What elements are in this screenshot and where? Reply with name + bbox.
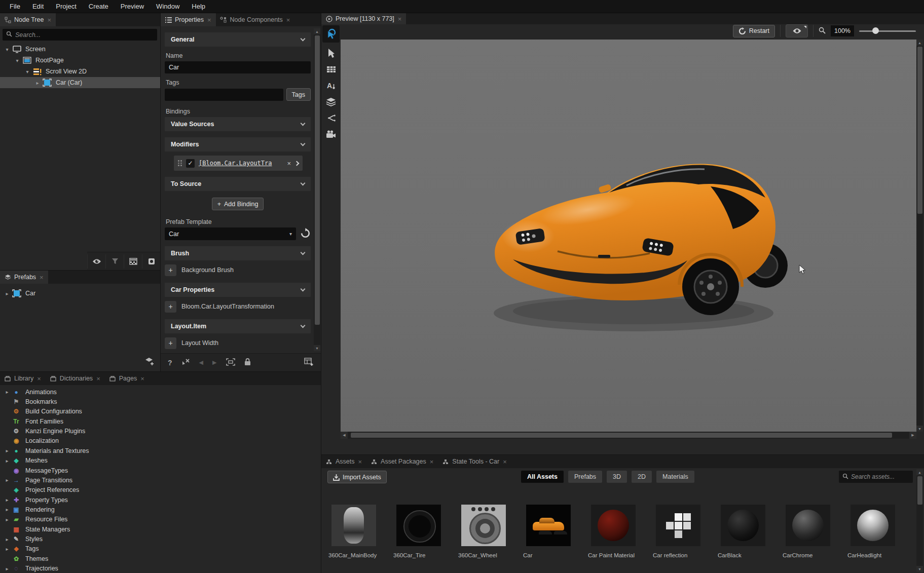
asset-item[interactable]: CarBlack [718, 486, 768, 573]
split-arrows-tool[interactable] [322, 110, 340, 126]
expander-icon[interactable]: ▸ [3, 517, 11, 522]
asset-thumbnail[interactable] [331, 505, 376, 546]
close-icon[interactable]: × [36, 375, 42, 382]
section-to-source[interactable]: To Source [165, 177, 311, 191]
tab-node-components[interactable]: Node Components × [216, 13, 295, 26]
library-item[interactable]: Tr Font Families [0, 416, 321, 426]
tab-node-tree[interactable]: Node Tree × [0, 13, 56, 26]
scroll-down-icon[interactable]: ▼ [314, 345, 320, 351]
scroll-right-icon[interactable]: ▶ [909, 432, 916, 439]
layers-tool[interactable] [322, 94, 340, 109]
library-item[interactable]: ▸ ✚ Property Types [0, 495, 321, 505]
tab-properties[interactable]: Properties × [161, 13, 216, 26]
scroll-down-icon[interactable]: ▼ [916, 426, 923, 432]
section-car-properties[interactable]: Car Properties [165, 283, 311, 297]
expander-icon[interactable]: ▸ [3, 537, 11, 542]
library-item[interactable]: ▸ ✎ Styles [0, 534, 321, 544]
add-property-button[interactable]: + [165, 337, 176, 349]
asset-thumbnail[interactable] [526, 505, 571, 546]
asset-thumbnail[interactable] [591, 505, 636, 546]
close-icon[interactable]: × [96, 375, 101, 382]
asset-filter-button[interactable]: All Assets [521, 471, 564, 483]
library-item[interactable]: ▸ ◌ Trajectories [0, 563, 321, 573]
show-hidden-eye-icon[interactable] [87, 254, 105, 269]
expander-icon[interactable]: ▸ [3, 477, 11, 483]
asset-filter-button[interactable]: 3D [607, 471, 627, 483]
expander-icon[interactable]: ▸ [3, 566, 11, 571]
asset-filter-button[interactable]: Prefabs [568, 471, 602, 483]
search-input[interactable] [15, 31, 154, 39]
scroll-left-icon[interactable]: ◀ [341, 432, 348, 439]
asset-item[interactable]: CarHeadlight [847, 486, 898, 573]
scrollbar-thumb[interactable] [917, 47, 922, 214]
tab-prefabs[interactable]: Prefabs × [0, 271, 48, 284]
asset-item[interactable]: Car [523, 486, 574, 573]
library-item[interactable]: ◉ Localization [0, 436, 321, 446]
library-item[interactable]: ▸ ● Materials and Textures [0, 446, 321, 455]
node-tree-search[interactable] [3, 29, 157, 41]
library-item[interactable]: ⚑ Bookmarks [0, 397, 321, 406]
expander-icon[interactable]: ▸ [4, 291, 10, 296]
binding-expression[interactable]: [Bloom.Car.LayoutTra [199, 160, 283, 167]
library-tab[interactable]: Dictionaries × [46, 372, 105, 385]
asset-item[interactable]: Car reflection [653, 486, 704, 573]
remove-binding-icon[interactable]: × [287, 160, 291, 167]
prefab-template-dropdown[interactable]: Car ▾ [165, 227, 296, 240]
import-assets-button[interactable]: Import Assets [327, 471, 387, 483]
name-field[interactable] [165, 61, 311, 73]
close-icon[interactable]: × [429, 459, 434, 465]
menu-item[interactable]: Window [151, 1, 185, 12]
tab-preview[interactable]: Preview [1130 x 773] × [321, 13, 406, 24]
binding-row[interactable]: ✓ [Bloom.Car.LayoutTra × [174, 156, 303, 171]
assets-tab[interactable]: State Tools - Car × [438, 455, 511, 468]
tree-row-scroll-view[interactable]: ▾ Scroll View 2D [0, 66, 160, 77]
scrollbar-thumb[interactable] [315, 35, 320, 325]
close-icon[interactable]: × [140, 375, 145, 382]
asset-thumbnail[interactable] [656, 505, 700, 546]
asset-thumbnail[interactable] [396, 505, 441, 546]
tree-row-rootpage[interactable]: ▾ RootPage [0, 55, 160, 66]
isolate-icon[interactable] [142, 254, 160, 269]
add-binding-button[interactable]: + Add Binding [212, 198, 264, 210]
grid-view-icon[interactable] [124, 254, 142, 269]
lock-icon[interactable] [244, 358, 251, 367]
help-icon[interactable]: ? [168, 359, 172, 367]
expander-icon[interactable]: ▸ [3, 507, 11, 512]
create-prefab-icon[interactable] [145, 357, 155, 368]
scroll-up-icon[interactable]: ▲ [314, 28, 320, 34]
section-layout-item[interactable]: Layout.Item [165, 319, 311, 333]
chevron-right-icon[interactable] [294, 161, 300, 166]
expander-icon[interactable]: ▸ [3, 448, 11, 453]
assets-scrollbar[interactable]: ▲ ▼ [916, 469, 923, 572]
prefab-row-car[interactable]: ▸ Car [0, 288, 160, 299]
menu-item[interactable]: Edit [27, 1, 49, 12]
expander-icon[interactable]: ▾ [24, 69, 30, 74]
library-item[interactable]: ▸ ● Animations [0, 387, 321, 397]
close-icon[interactable]: × [47, 17, 52, 23]
close-icon[interactable]: × [286, 17, 291, 23]
expander-icon[interactable]: ▾ [14, 58, 20, 63]
menu-item[interactable]: Help [186, 1, 211, 12]
library-item[interactable]: ⚙ Kanzi Engine Plugins [0, 426, 321, 436]
menu-item[interactable]: Create [83, 1, 114, 12]
preview-hscrollbar[interactable]: ◀ ▶ [341, 432, 916, 439]
properties-scrollbar[interactable]: ▲ ▼ [314, 28, 320, 351]
asset-item[interactable]: CarChrome [783, 486, 833, 573]
tree-row-car[interactable]: ▸ Car (Car) [0, 77, 160, 88]
restart-button[interactable]: Restart [733, 25, 775, 37]
expander-icon[interactable]: ▸ [3, 546, 11, 552]
camera-tool[interactable] [322, 127, 340, 142]
drag-handle[interactable] [178, 160, 182, 166]
close-icon[interactable]: × [502, 459, 507, 465]
asset-thumbnail[interactable] [461, 505, 506, 546]
section-brush[interactable]: Brush [165, 246, 311, 260]
library-item[interactable]: ▦ State Managers [0, 524, 321, 534]
assets-search[interactable] [839, 471, 913, 483]
asset-item[interactable]: 360Car_Wheel [458, 486, 509, 573]
asset-item[interactable]: Car Paint Material [588, 486, 639, 573]
close-icon[interactable]: × [207, 17, 212, 23]
assets-search-input[interactable] [851, 473, 909, 480]
scroll-up-icon[interactable]: ▲ [916, 40, 923, 46]
back-icon[interactable]: ◀ [199, 359, 203, 366]
preview-viewport[interactable] [341, 40, 916, 432]
